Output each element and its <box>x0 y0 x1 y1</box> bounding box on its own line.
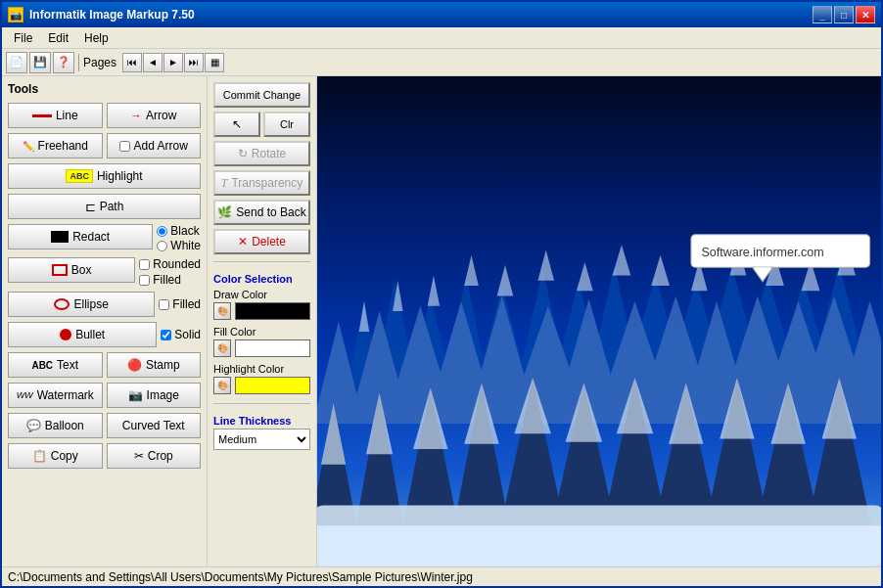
radio-black-input[interactable] <box>157 226 167 237</box>
nav-first[interactable]: ⏮ <box>122 53 142 72</box>
curved-text-label: Curved Text <box>122 419 185 432</box>
bullet-icon <box>60 329 71 340</box>
ellipse-icon <box>54 298 70 310</box>
color-selection-title: Color Selection <box>213 273 310 285</box>
text-icon: ABC <box>31 360 53 371</box>
new-button[interactable]: 📄 <box>6 52 27 73</box>
line-tool[interactable]: Line <box>8 103 103 128</box>
ellipse-tool[interactable]: Ellipse <box>8 292 155 317</box>
add-arrow-tool[interactable]: Add Arrow <box>107 133 202 158</box>
highlight-color-picker[interactable]: 🎨 <box>213 377 231 394</box>
highlight-color-label: Highlight Color <box>213 363 310 375</box>
save-button[interactable]: 💾 <box>29 52 51 73</box>
text-tool[interactable]: ABC Text <box>8 352 103 378</box>
tool-row-ellipse: Ellipse Filled <box>8 292 201 317</box>
thickness-section: Line Thickness Thin Medium Thick Extra T… <box>213 415 310 450</box>
send-to-back-label: Send to Back <box>236 205 305 219</box>
menu-help[interactable]: Help <box>76 29 116 47</box>
divider2 <box>213 403 310 404</box>
tool-row-copy: 📋 Copy ✂ Crop <box>8 443 201 469</box>
rotate-button[interactable]: ↻ Rotate <box>213 141 310 166</box>
fill-color-swatch[interactable] <box>235 339 310 357</box>
fill-color-picker[interactable]: 🎨 <box>213 339 231 357</box>
redact-options: Black White <box>157 224 201 252</box>
highlight-icon: ABC <box>66 169 93 183</box>
delete-button[interactable]: ✕ Delete <box>213 229 310 254</box>
nav-last[interactable]: ⏭ <box>184 53 204 72</box>
tools-label: Tools <box>8 82 201 96</box>
fill-color-label: Fill Color <box>213 326 310 338</box>
arrow-label: Arrow <box>146 109 176 122</box>
watermark-icon: WW <box>17 390 33 400</box>
copy-tool[interactable]: 📋 Copy <box>8 443 103 469</box>
filled-label-box: Filled <box>153 273 181 287</box>
thickness-title: Line Thickness <box>213 415 310 427</box>
bullet-tool[interactable]: Bullet <box>8 322 157 347</box>
menu-file[interactable]: File <box>6 29 40 47</box>
highlight-color-group: Highlight Color 🎨 <box>213 363 310 396</box>
ellipse-label: Ellipse <box>73 297 108 311</box>
nav-grid[interactable]: ▦ <box>205 53 224 72</box>
send-back-icon: 🌿 <box>217 205 232 219</box>
draw-color-swatch[interactable] <box>235 302 310 320</box>
draw-color-label: Draw Color <box>213 289 310 300</box>
add-arrow-check[interactable] <box>119 141 130 152</box>
pages-label: Pages <box>83 56 116 69</box>
path-tool[interactable]: ⊏ Path <box>8 194 201 219</box>
transparency-icon: T <box>221 176 228 191</box>
copy-icon: 📋 <box>32 449 47 463</box>
menu-edit[interactable]: Edit <box>40 29 76 47</box>
clr-button[interactable]: Clr <box>263 112 310 137</box>
radio-black: Black <box>157 224 201 238</box>
highlight-tool[interactable]: ABC Highlight <box>8 163 201 189</box>
fill-color-row: 🎨 <box>213 339 310 357</box>
menubar: File Edit Help <box>2 27 881 49</box>
radio-white-input[interactable] <box>157 241 167 251</box>
stamp-tool[interactable]: 🔴 Stamp <box>107 352 202 378</box>
commit-change-button[interactable]: Commit Change <box>213 82 310 108</box>
tool-row-bullet: Bullet Solid <box>8 322 201 347</box>
tool-row-redact: Redact Black White <box>8 224 201 252</box>
close-button[interactable]: ✕ <box>856 6 875 23</box>
rounded-check[interactable] <box>139 259 150 270</box>
solid-check[interactable] <box>161 330 171 340</box>
highlight-color-swatch[interactable] <box>235 377 310 394</box>
rounded-label: Rounded <box>153 257 201 271</box>
box-tool[interactable]: Box <box>8 257 135 283</box>
svg-rect-66 <box>317 525 881 566</box>
send-to-back-button[interactable]: 🌿 Send to Back <box>213 200 310 225</box>
titlebar: 📷 Informatik Image Markup 7.50 _ □ ✕ <box>2 2 881 27</box>
arrow-tool[interactable]: → Arrow <box>107 103 202 128</box>
nav-next[interactable]: ► <box>163 53 183 72</box>
thickness-select[interactable]: Thin Medium Thick Extra Thick <box>213 429 310 450</box>
curved-text-tool[interactable]: Curved Text <box>107 413 202 438</box>
window-title: Informatik Image Markup 7.50 <box>29 8 813 22</box>
image-tool[interactable]: 📷 Image <box>107 383 202 408</box>
stamp-icon: 🔴 <box>127 358 142 372</box>
draw-color-picker[interactable]: 🎨 <box>213 302 231 320</box>
canvas-area: Software.informer.com <box>317 76 881 566</box>
line-label: Line <box>56 109 78 122</box>
freehand-tool[interactable]: ✏️ Freehand <box>8 133 103 158</box>
filled-check-box[interactable] <box>139 275 150 286</box>
nav-prev[interactable]: ◄ <box>143 53 163 72</box>
cursor-button[interactable]: ↖ <box>213 112 260 137</box>
radio-white: White <box>157 239 201 252</box>
watermark-tool[interactable]: WW Watermark <box>8 383 103 408</box>
image-canvas[interactable]: Software.informer.com <box>317 76 881 566</box>
statusbar-path: C:\Documents and Settings\All Users\Docu… <box>8 570 473 584</box>
tool-row-watermark: WW Watermark 📷 Image <box>8 383 201 408</box>
balloon-tool[interactable]: 💬 Balloon <box>8 413 103 438</box>
help-button[interactable]: ❓ <box>53 52 74 73</box>
ellipse-filled-check[interactable] <box>159 299 169 310</box>
fill-color-group: Fill Color 🎨 <box>213 326 310 359</box>
tool-row-path: ⊏ Path <box>8 194 201 219</box>
rotate-icon: ↻ <box>238 147 248 160</box>
crop-tool[interactable]: ✂ Crop <box>107 443 202 469</box>
text-label: Text <box>57 358 78 372</box>
minimize-button[interactable]: _ <box>813 6 832 23</box>
maximize-button[interactable]: □ <box>834 6 854 23</box>
delete-icon: ✕ <box>238 235 248 249</box>
transparency-button[interactable]: T Transparency <box>213 170 310 196</box>
redact-tool[interactable]: Redact <box>8 224 153 249</box>
